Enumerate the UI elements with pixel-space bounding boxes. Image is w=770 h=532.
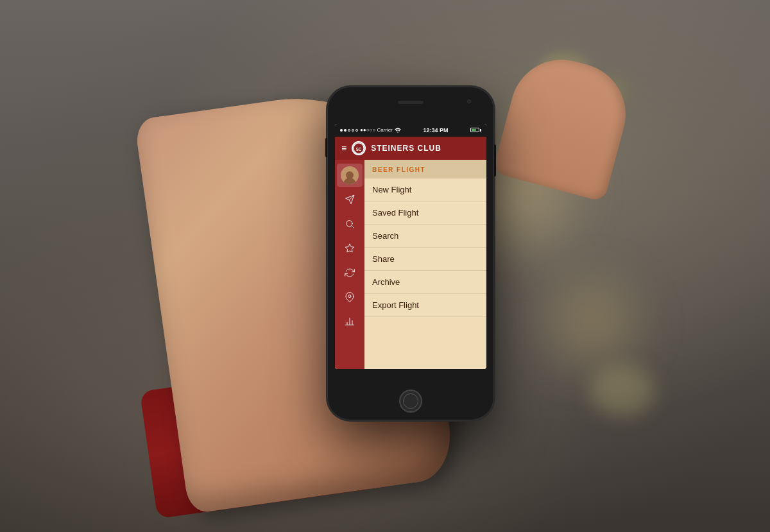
fingers-shape	[492, 48, 637, 202]
status-right	[470, 128, 481, 132]
battery-tip	[480, 129, 481, 132]
svg-point-0	[397, 132, 398, 133]
search-icon	[345, 219, 355, 229]
header-logo: SC	[352, 141, 366, 155]
svg-point-8	[348, 295, 351, 297]
menu-item-archive[interactable]: Archive	[364, 271, 486, 294]
wifi-icon	[395, 128, 401, 133]
app-title: STEINERS CLUB	[371, 144, 441, 153]
menu-list: New Flight Saved Flight Search Share	[364, 178, 486, 317]
sidebar-item-avatar[interactable]	[337, 164, 363, 187]
signal-dots	[340, 129, 358, 132]
sidebar-item-refresh[interactable]	[337, 261, 363, 284]
star-icon	[345, 243, 355, 253]
refresh-icon	[345, 268, 355, 278]
sidebar	[335, 160, 364, 369]
scene: ●●○○○ Carrier 12:34 PM	[0, 0, 770, 532]
signal-dot-4	[352, 129, 354, 132]
app-header: ≡ SC STEINERS CLUB	[335, 137, 486, 160]
phone-speaker	[398, 101, 424, 104]
hamburger-icon[interactable]: ≡	[341, 144, 346, 153]
paper-plane-icon	[345, 194, 355, 205]
sidebar-item-location[interactable]	[337, 286, 363, 309]
menu-item-saved-flight[interactable]: Saved Flight	[364, 202, 486, 225]
status-bar: ●●○○○ Carrier 12:34 PM	[335, 124, 486, 137]
menu-item-share[interactable]: Share	[364, 248, 486, 271]
sidebar-item-favorites[interactable]	[337, 237, 363, 260]
sidebar-item-new-flight[interactable]	[337, 188, 363, 211]
phone-camera	[467, 99, 471, 103]
signal-dot-1	[340, 129, 343, 132]
chart-icon	[345, 316, 355, 327]
battery-fill	[472, 129, 476, 131]
svg-text:SC: SC	[356, 146, 362, 151]
battery-body	[470, 128, 479, 132]
menu-item-search[interactable]: Search	[364, 225, 486, 248]
menu-item-new-flight[interactable]: New Flight	[364, 178, 486, 202]
svg-marker-7	[345, 244, 354, 252]
section-header: BEER FLIGHT	[364, 160, 486, 178]
user-avatar	[341, 166, 359, 184]
phone: ●●○○○ Carrier 12:34 PM	[327, 87, 494, 420]
sidebar-item-analytics[interactable]	[337, 310, 363, 333]
home-button[interactable]	[399, 390, 422, 413]
content-panel: BEER FLIGHT New Flight Saved Flight	[364, 160, 486, 369]
logo-svg: SC	[353, 142, 364, 155]
signal-dot-5	[355, 129, 358, 132]
sidebar-item-search[interactable]	[337, 212, 363, 236]
svg-point-5	[346, 220, 352, 226]
map-pin-icon	[345, 292, 355, 302]
battery-icon	[470, 128, 481, 132]
phone-screen: ●●○○○ Carrier 12:34 PM	[335, 124, 486, 369]
home-button-inner	[403, 393, 418, 409]
app-content: BEER FLIGHT New Flight Saved Flight	[335, 160, 486, 369]
section-title: BEER FLIGHT	[372, 166, 425, 173]
menu-item-export-flight[interactable]: Export Flight	[364, 294, 486, 317]
svg-line-6	[352, 226, 354, 228]
status-left: ●●○○○ Carrier	[340, 127, 401, 133]
carrier-label: ●●○○○ Carrier	[360, 127, 393, 133]
signal-dot-3	[348, 129, 350, 132]
status-time: 12:34 PM	[423, 127, 448, 133]
signal-dot-2	[344, 129, 346, 132]
